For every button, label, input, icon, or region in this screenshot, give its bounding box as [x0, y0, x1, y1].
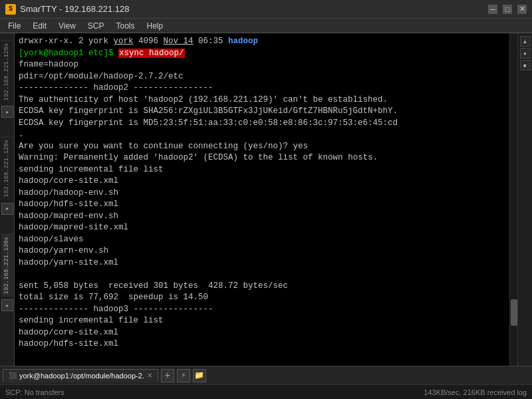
- new-tab-button[interactable]: +: [161, 369, 174, 382]
- maximize-button[interactable]: □: [503, 5, 512, 14]
- terminal-line: hadoop/core-site.xml: [19, 176, 505, 188]
- terminal-line: Are you sure you want to continue connec…: [19, 141, 505, 153]
- terminal-line: hadoop/yarn-site.xml: [19, 257, 505, 269]
- app-icon: S: [5, 4, 16, 15]
- menu-item-file[interactable]: File: [3, 20, 26, 32]
- tab-bar: ⬛ york@hadoop1:/opt/module/hadoop-2. ✕ +…: [0, 366, 532, 384]
- terminal-tab[interactable]: ⬛ york@hadoop1:/opt/module/hadoop-2. ✕: [3, 369, 158, 382]
- menu-item-scp[interactable]: SCP: [82, 20, 110, 32]
- folder-button[interactable]: 📁: [193, 369, 206, 382]
- side-label-130[interactable]: 192.168.221.130x: [1, 233, 13, 297]
- side-right: ▲ ● ■: [517, 33, 532, 366]
- window-title: SmarTTY - 192.168.221.128: [20, 4, 130, 14]
- side-icon-129[interactable]: ★: [1, 203, 13, 215]
- terminal-line: fname=hadoop: [19, 59, 505, 71]
- terminal-line: hadoop/core-site.xml: [19, 327, 505, 339]
- side-icon-128[interactable]: ★: [1, 106, 13, 118]
- terminal-tab-label: york@hadoop1:/opt/module/hadoop-2.: [19, 372, 144, 380]
- terminal-line: hadoop/mapred-env.sh: [19, 211, 505, 223]
- menu-item-view[interactable]: View: [53, 20, 81, 32]
- close-button[interactable]: ✕: [517, 5, 527, 14]
- side-icon-130[interactable]: ★: [1, 299, 13, 311]
- status-bar: SCP: No transfers 143KB/sec, 216KB recei…: [0, 384, 532, 399]
- terminal-line: hadoop/hdfs-site.xml: [19, 338, 505, 350]
- terminal-line: ECDSA key fingerprint is SHA256:rZXgiUL3…: [19, 106, 505, 118]
- terminal-line: [19, 269, 505, 281]
- minimize-button[interactable]: ─: [488, 5, 497, 14]
- title-controls: ─ □ ✕: [488, 5, 527, 14]
- terminal-container: drwxr-xr-x. 2 york york 4096 Nov 14 06:3…: [15, 33, 509, 366]
- side-label-128[interactable]: 192.168.221.128x: [1, 40, 13, 103]
- scrollbar-thumb[interactable]: [511, 299, 517, 326]
- menu-item-edit[interactable]: Edit: [27, 20, 52, 32]
- main-layout: 192.168.221.128x ★ 192.168.221.129x ★ 19…: [0, 33, 532, 366]
- title-left: S SmarTTY - 192.168.221.128: [5, 4, 130, 15]
- terminal-output[interactable]: drwxr-xr-x. 2 york york 4096 Nov 14 06:3…: [15, 33, 509, 366]
- terminal-line: sending incremental file list: [19, 164, 505, 176]
- title-bar: S SmarTTY - 192.168.221.128 ─ □ ✕: [0, 0, 532, 19]
- tab-close-button[interactable]: ✕: [147, 372, 152, 379]
- menu-item-tools[interactable]: Tools: [111, 20, 140, 32]
- side-labels: 192.168.221.128x ★ 192.168.221.129x ★ 19…: [0, 33, 15, 366]
- terminal-line: ECDSA key fingerprint is MD5:23:5f:51:aa…: [19, 118, 505, 130]
- menu-bar: FileEditViewSCPToolsHelp: [0, 19, 532, 33]
- terminal-line: total size is 77,692 speedup is 14.50: [19, 292, 505, 304]
- right-btn-1[interactable]: ▲: [520, 36, 531, 47]
- status-left: SCP: No transfers: [5, 388, 65, 396]
- terminal-line: .: [19, 129, 505, 141]
- terminal-line: Warning: Permanently added 'hadoop2' (EC…: [19, 152, 505, 164]
- side-label-129[interactable]: 192.168.221.129x: [1, 136, 13, 200]
- terminal-line: sending incremental file list: [19, 315, 505, 327]
- terminal-line: -------------- hadoop2 ----------------: [19, 82, 505, 94]
- terminal-line: hadoop/hadoop-env.sh: [19, 188, 505, 200]
- terminal-line: [york@hadoop1 etc]$ xsync hadoop/: [19, 48, 505, 60]
- terminal-line: hadoop/hdfs-site.xml: [19, 199, 505, 211]
- terminal-line: pdir=/opt/module/hadoop-2.7.2/etc: [19, 71, 505, 83]
- right-btn-3[interactable]: ■: [520, 60, 531, 70]
- menu-item-help[interactable]: Help: [142, 20, 169, 32]
- flash-button[interactable]: ⚡: [177, 369, 190, 382]
- terminal-line: The authenticity of host 'hadoop2 (192.1…: [19, 94, 505, 106]
- terminal-line: hadoop/yarn-env.sh: [19, 245, 505, 257]
- terminal-line: hadoop/slaves: [19, 234, 505, 246]
- scrollbar-track[interactable]: [509, 33, 517, 366]
- terminal-line: -------------- hadoop3 ----------------: [19, 304, 505, 316]
- terminal-tab-icon: ⬛: [9, 372, 17, 379]
- right-btn-2[interactable]: ●: [520, 48, 531, 59]
- status-right: 143KB/sec, 216KB received log: [424, 388, 527, 396]
- terminal-line: hadoop/mapred-site.xml: [19, 222, 505, 234]
- terminal-line: sent 5,058 bytes received 301 bytes 428.…: [19, 281, 505, 293]
- terminal-line: drwxr-xr-x. 2 york york 4096 Nov 14 06:3…: [19, 36, 505, 48]
